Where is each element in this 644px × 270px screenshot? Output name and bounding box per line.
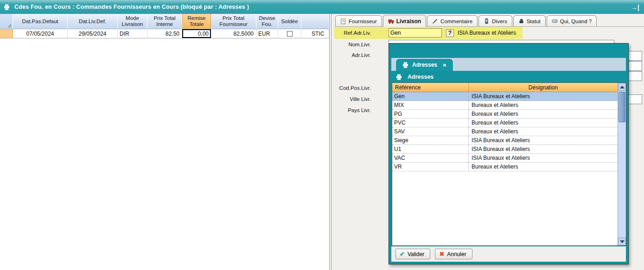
cell-prix-total-fournisseur[interactable]: 82,5000: [211, 29, 256, 38]
address-designation: Bureaux et Ateliers: [469, 119, 618, 127]
addresses-dialog: Adresses × Adresses Référence Désignatio…: [389, 43, 629, 264]
orders-grid-header-row: Dat.Pas.Defaut Dat.Liv.Def. Mode Livrais…: [0, 14, 329, 29]
address-reference: Siege: [392, 136, 469, 144]
dialog-close-icon[interactable]: ×: [443, 62, 446, 69]
column-header-reference[interactable]: Référence: [392, 83, 469, 92]
address-row[interactable]: VR Bureaux et Ateliers: [392, 163, 618, 171]
pencil-icon: [432, 18, 438, 24]
address-row[interactable]: PVC Bureaux et Ateliers: [392, 119, 618, 127]
cell-prix-total-interne[interactable]: 82,50: [147, 29, 182, 38]
row-selector-cell[interactable]: [0, 29, 13, 38]
bell-icon: [518, 18, 524, 24]
soldee-checkbox[interactable]: [287, 31, 293, 37]
column-header-dat-liv-def[interactable]: Dat.Liv.Def.: [68, 14, 118, 29]
grid-corner-cell[interactable]: [0, 14, 13, 29]
cancel-button[interactable]: ✖ Annuler: [435, 249, 472, 259]
column-header-designation[interactable]: Désignation: [469, 83, 618, 92]
column-header-prix-total-fournisseur[interactable]: Prix Total Fournisseur: [211, 14, 256, 29]
address-row[interactable]: MIX Bureaux et Ateliers: [392, 101, 618, 110]
scroll-down-button[interactable]: [618, 238, 626, 245]
address-designation: ISIA Bureaux et Ateliers: [469, 154, 618, 162]
address-reference: PVC: [392, 119, 469, 127]
cell-code[interactable]: STIC: [301, 29, 329, 38]
tab-label: Qui, Quand ?: [560, 19, 592, 24]
arrow-up-icon: [620, 86, 625, 88]
address-row[interactable]: U1 ISIA Bureaux et Ateliers: [392, 145, 618, 154]
address-designation: Bureaux et Ateliers: [469, 127, 618, 136]
tab-label: Commentaire: [440, 19, 472, 24]
address-row[interactable]: VAC ISIA Bureaux et Ateliers: [392, 154, 618, 163]
column-header-extra[interactable]: [301, 14, 329, 29]
column-header-remise-totale[interactable]: Remise Totale: [182, 14, 211, 29]
check-icon: ✔: [400, 251, 405, 257]
addresses-table: Référence Désignation Gen ISIA Bureaux e…: [392, 82, 626, 246]
address-designation: ISIA Bureaux et Ateliers: [469, 145, 618, 153]
arrow-down-icon: [620, 240, 625, 243]
tab-label: Divers: [492, 19, 507, 24]
lookup-help-button[interactable]: ?: [446, 29, 454, 37]
column-header-mode-livraison[interactable]: Mode Livraison: [118, 14, 147, 29]
address-reference: SAV: [392, 127, 469, 136]
address-designation: Bureaux et Ateliers: [469, 163, 618, 171]
cell-remise-totale-selected[interactable]: 0,00: [182, 29, 211, 38]
tab-statut[interactable]: Statut: [513, 15, 546, 26]
tab-qui-quand[interactable]: Qui, Quand ?: [547, 15, 597, 26]
cell-devise-fou[interactable]: EUR: [256, 29, 278, 38]
scrollbar-thumb[interactable]: [618, 92, 625, 122]
pays-livr-label: Pays Livr.: [332, 107, 371, 113]
address-designation: ISIA Bureaux et Ateliers: [469, 136, 618, 144]
tab-livraison[interactable]: Livraison: [383, 15, 426, 27]
column-header-devise-fou[interactable]: Devise Fou.: [256, 14, 278, 29]
adr-livr-label: Adr.Livr.: [332, 52, 371, 58]
column-header-dat-pas-defaut[interactable]: Dat.Pas.Defaut: [13, 14, 68, 29]
address-row[interactable]: PG Bureaux et Ateliers: [392, 110, 618, 119]
address-row[interactable]: Siege ISIA Bureaux et Ateliers: [392, 136, 618, 145]
printer-icon: [4, 4, 10, 10]
column-header-soldee[interactable]: Soldée: [278, 14, 301, 29]
addresses-table-header: Référence Désignation: [392, 83, 618, 92]
device-icon: [484, 18, 490, 24]
address-reference: PG: [392, 110, 469, 118]
address-reference: VR: [392, 163, 469, 171]
cell-mode-livraison[interactable]: DIR: [118, 29, 147, 38]
tab-label: Statut: [527, 19, 541, 24]
ref-adr-liv-label: Ref.Adr.Liv.: [334, 30, 371, 36]
tab-commentaire[interactable]: Commentaire: [427, 15, 478, 26]
address-designation: Bureaux et Ateliers: [469, 101, 618, 109]
scroll-to-end-icon[interactable]: →|: [631, 3, 639, 11]
document-icon: [340, 18, 346, 24]
detail-tabs: Fournisseur Livraison Commentaire: [335, 15, 644, 27]
dialog-title-row: Adresses: [396, 74, 434, 80]
validate-button-label: Valider: [408, 251, 424, 257]
address-reference: VAC: [392, 154, 469, 162]
gadget-icon: [552, 18, 558, 24]
vertical-scrollbar[interactable]: [618, 83, 626, 245]
tab-label: Fournisseur: [349, 19, 377, 24]
address-reference: U1: [392, 145, 469, 153]
column-header-prix-total-interne[interactable]: Prix Total Interne: [147, 14, 182, 29]
nom-livr-label: Nom.Livr.: [332, 42, 371, 47]
tab-divers[interactable]: Divers: [478, 15, 512, 26]
dialog-tab-label: Adresses: [412, 62, 437, 68]
ville-livr-label: Ville Livr.: [332, 96, 371, 102]
scroll-up-button[interactable]: [618, 83, 626, 91]
cell-dat-pas-defaut[interactable]: 07/05/2024: [13, 29, 68, 38]
order-row: 07/05/2024 29/05/2024 DIR 82,50 0,00 82,…: [0, 29, 329, 38]
validate-button[interactable]: ✔ Valider: [395, 249, 430, 259]
orders-grid: Dat.Pas.Defaut Dat.Liv.Def. Mode Livrais…: [0, 14, 329, 38]
tab-fournisseur[interactable]: Fournisseur: [335, 15, 382, 26]
address-reference: MIX: [392, 101, 469, 109]
address-row[interactable]: SAV Bureaux et Ateliers: [392, 127, 618, 136]
truck-icon: [388, 18, 394, 24]
address-row[interactable]: Gen ISIA Bureaux et Ateliers: [392, 92, 618, 101]
dialog-tab-adresses[interactable]: Adresses ×: [395, 58, 453, 71]
address-designation: Bureaux et Ateliers: [469, 110, 618, 118]
ref-adr-liv-input[interactable]: [389, 28, 442, 38]
printer-icon: [402, 62, 408, 68]
corner-triangle-icon: [7, 24, 11, 27]
cell-soldee: [278, 29, 301, 38]
dialog-footer: ✔ Valider ✖ Annuler: [391, 246, 626, 262]
dialog-tab-strip: Adresses ×: [391, 58, 626, 71]
cell-dat-liv-def[interactable]: 29/05/2024: [68, 29, 118, 38]
cod-pos-livr-label: Cod.Pos.Livr.: [332, 85, 371, 91]
